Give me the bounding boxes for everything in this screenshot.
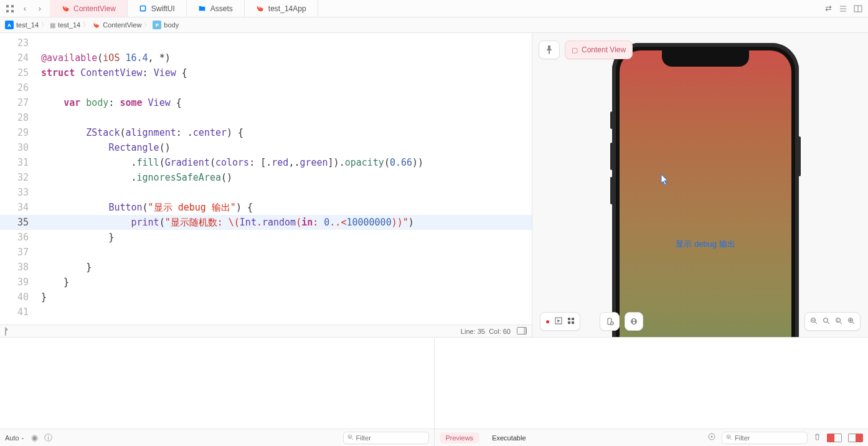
toggle-sidepanel-icon[interactable] [517,327,527,336]
code-line[interactable]: 35 print("显示随机数: \(Int.random(in: 0..<10… [0,215,532,230]
line-number: 34 [0,200,36,215]
nav-back-icon[interactable]: ‹ [19,2,31,15]
line-content[interactable]: Button("显示 debug 输出") { [36,200,532,215]
cycle-icon[interactable]: ⇄ [822,2,834,15]
line-content[interactable] [36,36,532,50]
folder-icon: ▦ [50,22,55,29]
tab-contentview[interactable]: ContentView [50,0,128,17]
code-line[interactable]: 28 [0,110,532,125]
line-content[interactable]: } [36,260,532,275]
line-content[interactable]: } [36,275,532,290]
svg-rect-5 [141,6,146,11]
line-content[interactable] [36,110,532,125]
line-content[interactable]: .fill(Gradient(colors: [.red,.green]).op… [36,155,532,170]
device-settings-button[interactable] [600,312,620,331]
svg-rect-0 [6,5,9,7]
code-line[interactable]: 39 } [0,275,532,290]
crumb-symbol[interactable]: P body [153,21,179,29]
code-line[interactable]: 38 } [0,260,532,275]
add-editor-icon[interactable] [852,2,864,15]
metadata-icon[interactable] [708,433,715,442]
code-line[interactable]: 26 [0,80,532,95]
console-toolbar: Previews Executable [435,429,869,446]
code-line[interactable]: 36 } [0,230,532,245]
line-number: 36 [0,230,36,245]
pin-preview-button[interactable] [539,40,560,59]
selectable-icon[interactable] [555,317,562,326]
console-filter[interactable] [722,432,808,444]
variables-filter-input[interactable] [356,434,425,442]
app-debug-button[interactable]: 显示 debug 输出 [620,239,791,250]
battery-icon [5,328,6,335]
code-line[interactable]: 30 Rectangle() [0,140,532,155]
console-filter-input[interactable] [735,434,803,442]
info-icon[interactable]: ⓘ [44,432,52,444]
play-icon[interactable]: ● [545,317,550,326]
console-pane[interactable]: Previews Executable [435,338,869,446]
tab-swiftui[interactable]: SwiftUI [128,0,187,17]
preview-canvas[interactable]: ▢ Content View 显示 debug 输出 [532,33,868,337]
tab-test14app[interactable]: test_14App [245,0,318,17]
line-content[interactable]: struct ContentView: View { [36,65,532,80]
line-content[interactable]: } [36,230,532,245]
code-line[interactable]: 23 [0,36,532,50]
console-tab-previews[interactable]: Previews [440,432,480,444]
quicklook-icon[interactable]: ◉ [31,433,38,442]
content-view-pill[interactable]: ▢ Content View [565,40,633,59]
svg-line-36 [352,439,353,440]
cursor-icon [661,174,669,186]
line-content[interactable] [36,80,532,95]
line-content[interactable]: print("显示随机数: \(Int.random(in: 0..<10000… [36,215,532,230]
code-line[interactable]: 24@available(iOS 16.4, *) [0,50,532,65]
line-content[interactable]: ZStack(alignment: .center) { [36,125,532,140]
nav-forward-icon[interactable]: › [34,2,46,15]
device-notch [662,50,749,67]
preview-settings-button[interactable] [625,312,643,331]
code-line[interactable]: 29 ZStack(alignment: .center) { [0,125,532,140]
variants-icon[interactable] [567,317,575,326]
zoom-in-icon[interactable] [847,317,855,326]
panel-toggle-left[interactable] [827,434,842,442]
code-line[interactable]: 31 .fill(Gradient(colors: [.red,.green])… [0,155,532,170]
line-content[interactable]: .ignoresSafeArea() [36,170,532,185]
auto-scope-dropdown[interactable]: Auto ⌄ [5,434,25,442]
line-number: 37 [0,245,36,260]
zoom-out-icon[interactable] [810,317,818,326]
line-content[interactable] [36,185,532,200]
code-line[interactable]: 27 var body: some View { [0,95,532,110]
device-screen[interactable]: 显示 debug 输出 [620,50,791,337]
tab-assets[interactable]: Assets [187,0,245,17]
variables-pane[interactable]: Auto ⌄ ◉ ⓘ [0,338,434,446]
code-line[interactable]: 37 [0,245,532,260]
list-icon[interactable] [837,2,849,15]
preview-live-group: ● [540,312,580,331]
code-editor[interactable]: 2324@available(iOS 16.4, *)25struct Cont… [0,33,532,325]
crumb-project[interactable]: A test_14 [5,21,39,29]
line-content[interactable] [36,305,532,320]
console-tab-executable[interactable]: Executable [486,432,532,444]
svg-rect-17 [572,321,574,324]
line-content[interactable]: } [36,290,532,305]
code-line[interactable]: 40} [0,290,532,305]
zoom-actual-icon[interactable]: 1 [835,317,842,326]
svg-rect-15 [572,318,574,320]
zoom-fit-icon[interactable] [823,317,830,326]
crumb-file[interactable]: ContentView [92,21,141,29]
line-content[interactable]: var body: some View { [36,95,532,110]
code-line[interactable]: 34 Button("显示 debug 输出") { [0,200,532,215]
line-content[interactable]: @available(iOS 16.4, *) [36,50,532,65]
code-line[interactable]: 33 [0,185,532,200]
line-content[interactable]: Rectangle() [36,140,532,155]
svg-point-20 [611,323,612,323]
tab-label: SwiftUI [151,4,175,13]
line-content[interactable] [36,245,532,260]
trash-icon[interactable] [814,433,821,442]
variables-filter[interactable] [343,432,429,444]
related-items-icon[interactable] [4,2,16,15]
svg-rect-12 [524,328,526,334]
code-line[interactable]: 25struct ContentView: View { [0,65,532,80]
code-line[interactable]: 41 [0,305,532,320]
crumb-folder[interactable]: ▦ test_14 [50,21,80,29]
code-line[interactable]: 32 .ignoresSafeArea() [0,170,532,185]
panel-toggle-right[interactable] [848,434,863,442]
